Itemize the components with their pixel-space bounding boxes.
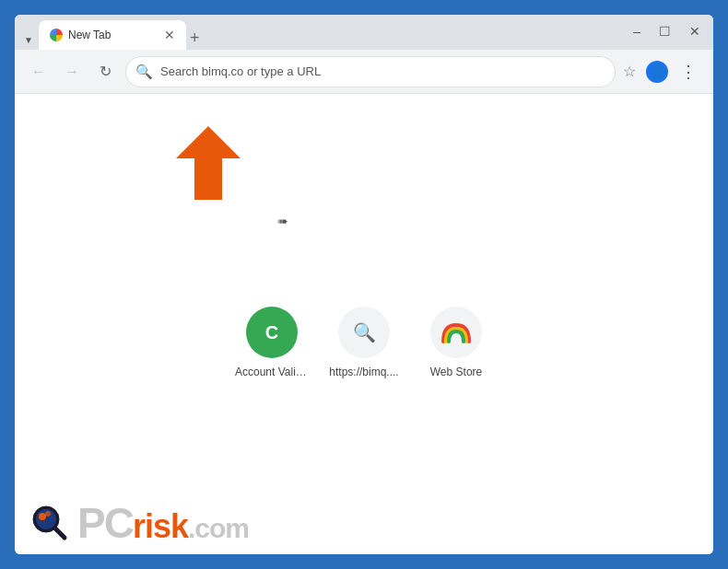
watermark-dotcom: .com	[188, 515, 249, 542]
close-btn[interactable]: ✕	[684, 22, 706, 41]
watermark-text-container: PC risk .com	[77, 502, 249, 544]
shortcut-label-bimq: https://bimq....	[327, 366, 401, 378]
toolbar-right: 👤 ⋮	[643, 58, 702, 86]
svg-marker-1	[176, 126, 241, 200]
watermark: PC risk .com	[28, 501, 249, 545]
tab-bar: ▼ New Tab ✕ + – ☐ ✕	[15, 15, 713, 50]
reload-btn[interactable]: ↻	[92, 59, 118, 85]
url-text: Search bimq.co or type a URL	[160, 64, 602, 78]
tab-expand-btn[interactable]: ▼	[22, 33, 35, 46]
search-icon: 🔍	[135, 64, 153, 80]
bookmark-btn[interactable]: ☆	[623, 63, 636, 80]
tab-favicon	[50, 29, 63, 41]
watermark-pc: PC	[77, 502, 133, 544]
browser-window: ▼ New Tab ✕ + – ☐ ✕ ← → ↻ 🔍 Search bimq.…	[13, 13, 715, 556]
mouse-cursor: ➠	[277, 214, 288, 228]
menu-btn[interactable]: ⋮	[675, 58, 702, 86]
forward-btn[interactable]: →	[59, 59, 85, 85]
svg-point-5	[45, 511, 51, 517]
svg-point-4	[39, 513, 46, 520]
watermark-risk: risk	[133, 510, 188, 543]
content-area: ➠ C Account Valid... 🔍 https://bimq....	[15, 94, 713, 554]
pcrisk-logo	[28, 501, 72, 545]
webstore-rainbow-icon	[440, 319, 473, 345]
shortcut-account-valid[interactable]: C Account Valid...	[235, 307, 309, 378]
shortcut-label-webstore: Web Store	[419, 366, 493, 378]
shortcut-webstore[interactable]: Web Store	[419, 307, 493, 378]
address-bar: ← → ↻ 🔍 Search bimq.co or type a URL ☆ 👤…	[15, 50, 713, 94]
shortcut-bimq[interactable]: 🔍 https://bimq....	[327, 307, 401, 378]
maximize-btn[interactable]: ☐	[653, 22, 676, 41]
shortcut-icon-bimq: 🔍	[338, 307, 390, 358]
shortcut-icon-account: C	[246, 307, 298, 358]
window-controls: – ☐ ✕	[628, 22, 706, 41]
shortcuts-area: C Account Valid... 🔍 https://bimq.... We…	[235, 307, 493, 378]
profile-btn[interactable]: 👤	[643, 58, 671, 86]
svg-line-6	[55, 528, 65, 538]
active-tab[interactable]: New Tab ✕	[39, 20, 186, 50]
tab-left-controls: ▼	[22, 33, 35, 46]
tab-close-btn[interactable]: ✕	[164, 29, 175, 41]
back-btn[interactable]: ←	[26, 59, 52, 85]
minimize-btn[interactable]: –	[628, 22, 646, 41]
profile-icon: 👤	[646, 61, 668, 83]
url-bar[interactable]: 🔍 Search bimq.co or type a URL	[125, 56, 616, 87]
shortcut-label-account: Account Valid...	[235, 366, 309, 378]
new-tab-btn[interactable]: +	[186, 29, 204, 46]
shortcut-icon-webstore	[430, 307, 482, 358]
tab-title: New Tab	[68, 29, 159, 41]
arrow-indicator	[144, 122, 254, 214]
